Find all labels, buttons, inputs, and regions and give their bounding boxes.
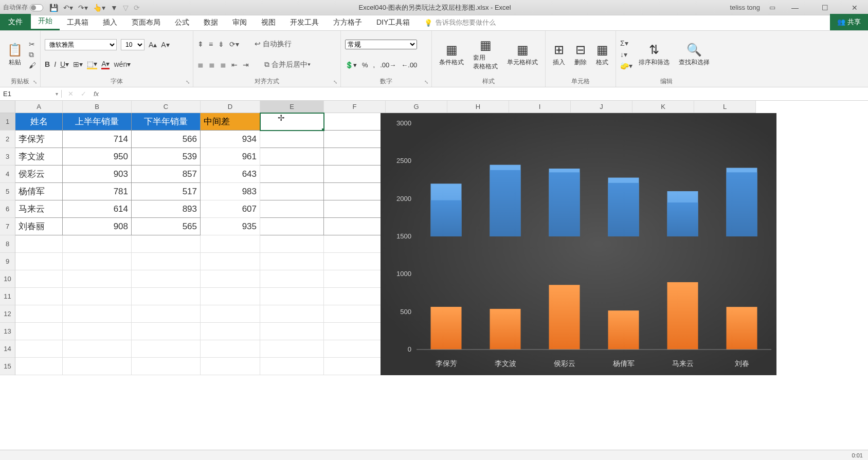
cell-B1[interactable]: 上半年销量 (63, 113, 132, 131)
cell-C14[interactable] (132, 340, 201, 358)
cell-D10[interactable] (201, 270, 260, 288)
underline-button[interactable]: U▾ (60, 60, 69, 68)
cell-B8[interactable] (63, 235, 132, 253)
decrease-font-icon[interactable]: A▾ (161, 41, 169, 49)
cell-C12[interactable] (132, 305, 201, 323)
col-header-A[interactable]: A (15, 101, 63, 113)
align-right-icon[interactable]: ≣ (220, 61, 226, 69)
comma-format-icon[interactable]: , (373, 61, 375, 69)
cell-D4[interactable]: 643 (201, 165, 260, 183)
cell-B2[interactable]: 714 (63, 131, 132, 148)
cell-F11[interactable] (324, 288, 386, 305)
cell-E5[interactable] (260, 183, 324, 200)
cell-D9[interactable] (201, 253, 260, 270)
cell-C2[interactable]: 566 (132, 131, 201, 148)
col-header-L[interactable]: L (694, 101, 756, 113)
cell-A3[interactable]: 李文波 (15, 148, 63, 165)
cell-F6[interactable] (324, 200, 386, 218)
dialog-launcher-icon[interactable]: ⤡ (186, 79, 190, 85)
cell-E3[interactable] (260, 148, 324, 165)
cell-F3[interactable] (324, 148, 386, 165)
cell-A4[interactable]: 侯彩云 (15, 165, 63, 183)
col-header-C[interactable]: C (132, 101, 201, 113)
tab-fanggezi[interactable]: 方方格子 (326, 15, 369, 30)
cell-A15[interactable] (15, 358, 63, 375)
refresh-icon[interactable]: ⟳ (134, 4, 140, 12)
cut-icon[interactable]: ✂ (29, 40, 36, 48)
cell-A6[interactable]: 马来云 (15, 200, 63, 218)
cell-D2[interactable]: 934 (201, 131, 260, 148)
row-header-7[interactable]: 7 (0, 218, 15, 235)
tab-insert[interactable]: 插入 (96, 15, 124, 30)
row-header-12[interactable]: 12 (0, 305, 15, 323)
col-header-H[interactable]: H (447, 101, 509, 113)
tab-file[interactable]: 文件 (0, 14, 31, 30)
cell-E15[interactable] (260, 358, 324, 375)
cell-E8[interactable] (260, 235, 324, 253)
cell-F5[interactable] (324, 183, 386, 200)
tab-home[interactable]: 开始 (31, 13, 60, 30)
format-as-table-button[interactable]: ▦套用 表格格式 (470, 37, 501, 72)
cell-D8[interactable] (201, 235, 260, 253)
save-icon[interactable]: 💾 (49, 4, 58, 12)
col-header-F[interactable]: F (324, 101, 386, 113)
cell-B15[interactable] (63, 358, 132, 375)
cell-B14[interactable] (63, 340, 132, 358)
cell-C13[interactable] (132, 323, 201, 340)
decrease-indent-icon[interactable]: ⇤ (231, 61, 238, 69)
cell-D12[interactable] (201, 305, 260, 323)
cell-F4[interactable] (324, 165, 386, 183)
row-header-4[interactable]: 4 (0, 165, 15, 183)
tab-diy[interactable]: DIY工具箱 (369, 15, 417, 30)
conditional-formatting-button[interactable]: ▦条件格式 (436, 42, 467, 68)
copy-icon[interactable]: ⧉ (29, 50, 36, 59)
fx-icon[interactable]: fx (94, 90, 99, 98)
cell-A7[interactable]: 刘春丽 (15, 218, 63, 235)
tab-pagelayout[interactable]: 页面布局 (124, 15, 168, 30)
align-top-icon[interactable]: ⇞ (197, 40, 204, 48)
cell-C4[interactable]: 857 (132, 165, 201, 183)
cell-A5[interactable]: 杨倩军 (15, 183, 63, 200)
cell-F12[interactable] (324, 305, 386, 323)
cell-B13[interactable] (63, 323, 132, 340)
cell-E12[interactable] (260, 305, 324, 323)
cell-E1[interactable] (260, 113, 324, 131)
minimize-button[interactable]: — (785, 4, 805, 12)
cell-B4[interactable]: 903 (63, 165, 132, 183)
cell-C6[interactable]: 893 (132, 200, 201, 218)
format-painter-icon[interactable]: 🖌 (29, 61, 36, 69)
paste-button[interactable]: 📋粘贴 (4, 42, 26, 68)
row-header-2[interactable]: 2 (0, 131, 15, 148)
cell-B6[interactable]: 614 (63, 200, 132, 218)
cell-F8[interactable] (324, 235, 386, 253)
increase-indent-icon[interactable]: ⇥ (243, 61, 249, 69)
row-header-8[interactable]: 8 (0, 235, 15, 253)
col-header-J[interactable]: J (571, 101, 632, 113)
autosum-icon[interactable]: Σ▾ (620, 39, 632, 47)
tab-view[interactable]: 视图 (254, 15, 283, 30)
fill-color-button[interactable]: ⬚▾ (87, 60, 97, 69)
row-header-5[interactable]: 5 (0, 183, 15, 200)
touch-icon[interactable]: 👆▾ (93, 4, 105, 12)
cells-area[interactable]: 姓名上半年销量下半年销量中间差李保芳714566934李文波950539961侯… (15, 113, 386, 375)
cell-B9[interactable] (63, 253, 132, 270)
cell-C7[interactable]: 565 (132, 218, 201, 235)
clear-icon[interactable]: 🧽▾ (620, 62, 632, 70)
dialog-launcher-icon[interactable]: ⤡ (33, 79, 37, 85)
insert-cells-button[interactable]: ⊞插入 (550, 42, 568, 68)
row-header-10[interactable]: 10 (0, 270, 15, 288)
cell-A10[interactable] (15, 270, 63, 288)
undo-icon[interactable]: ↶▾ (63, 4, 73, 12)
cell-D14[interactable] (201, 340, 260, 358)
row-header-1[interactable]: 1 (0, 113, 15, 131)
cell-C8[interactable] (132, 235, 201, 253)
cell-A8[interactable] (15, 235, 63, 253)
cell-C3[interactable]: 539 (132, 148, 201, 165)
cell-F15[interactable] (324, 358, 386, 375)
cell-E6[interactable] (260, 200, 324, 218)
cell-A2[interactable]: 李保芳 (15, 131, 63, 148)
cell-C15[interactable] (132, 358, 201, 375)
cell-B10[interactable] (63, 270, 132, 288)
tab-developer[interactable]: 开发工具 (283, 15, 326, 30)
cell-styles-button[interactable]: ▦单元格样式 (504, 42, 541, 68)
